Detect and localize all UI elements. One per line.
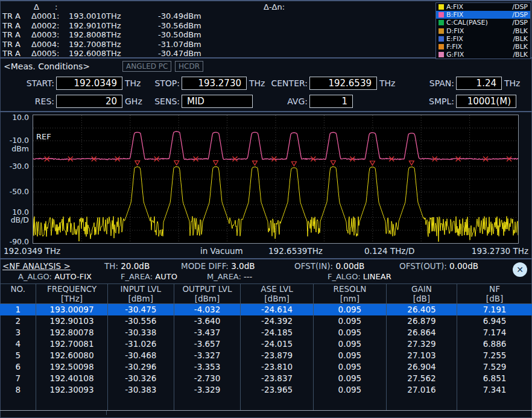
- nf-cell: 0.095: [313, 350, 386, 361]
- nf-cell: -23.879: [241, 350, 314, 361]
- trace-color-swatch: [439, 4, 444, 10]
- empty-cell: [241, 396, 314, 411]
- f_area-value: AUTO: [155, 272, 177, 281]
- f_area-label: F_AREA:: [121, 272, 153, 281]
- y-axis-label: -30.0: [10, 162, 29, 171]
- marker-trace: TR A: [2, 49, 31, 58]
- nf-cell: -30.338: [107, 327, 174, 338]
- trace-color-swatch: [439, 12, 444, 17]
- delta-marker-list: Δ : TR AΔ0001:193.0010THz-30.49dBmTR AΔ0…: [2, 2, 201, 58]
- nf-table-filler-row: [0, 396, 532, 411]
- res-input[interactable]: 20: [56, 95, 122, 108]
- center-input[interactable]: 192.6539: [309, 77, 377, 90]
- marker-frequency: 192.8008THz: [69, 30, 158, 39]
- marker-header-panel: Δ : TR AΔ0001:193.0010THz-30.49dBmTR AΔ0…: [0, 0, 532, 59]
- column-unit: [dB]: [457, 294, 532, 304]
- span-label: SPAN:: [425, 78, 454, 88]
- nf-table-row[interactable]: 7192.40108-30.326-2.730-23.8370.09527.56…: [0, 373, 532, 384]
- f_algo-label: F_ALGO:: [328, 272, 361, 281]
- start-input[interactable]: 192.0349: [56, 77, 122, 90]
- nf-table-row[interactable]: 2192.90103-30.556-3.640-24.3920.09526.87…: [0, 315, 532, 327]
- sens-input[interactable]: MID: [182, 95, 253, 108]
- nf-cell: 26.864: [386, 327, 457, 338]
- legend-row-c[interactable]: C:CAL(PASE)/DSP: [436, 19, 530, 27]
- nf-settings-row-2: A_ALGO: AUTO-FIXF_AREA: AUTOM_AREA: ---F…: [0, 272, 532, 282]
- meas-conditions-panel: <Meas. Conditions> ANGLED PC HCDR START:…: [0, 59, 532, 112]
- x-axis-start-label: 192.0349 THz: [4, 246, 60, 256]
- trace-name: A:FIX: [446, 3, 512, 11]
- trace-mode: /BLK: [513, 35, 528, 43]
- nf-results-table: NO.FREQUENCYINPUT LVLOUTPUT LVLASE LVLRE…: [0, 283, 532, 411]
- marker-id: Δ0005:: [31, 49, 69, 58]
- trace-name: F:FIX: [446, 43, 513, 51]
- marker-id: Δ0003:: [31, 30, 69, 39]
- nf-cell: 27.562: [386, 373, 457, 384]
- th-label: TH:: [104, 261, 118, 271]
- marker-id: Δ0002:: [31, 21, 69, 30]
- nf-setting-f_area: F_AREA: AUTO: [121, 272, 177, 281]
- nf-table-row[interactable]: 8192.30093-30.383-3.329-23.9650.09527.01…: [0, 384, 532, 396]
- nf-setting-a_algo: A_ALGO: AUTO-FIX: [18, 272, 92, 281]
- smpl-input[interactable]: 10001(M): [456, 95, 516, 108]
- delta-marker-row: TR AΔ0001:193.0010THz-30.49dBm: [2, 11, 201, 21]
- nf-table-row[interactable]: 4192.70081-31.026-3.657-24.0150.09527.32…: [0, 338, 532, 350]
- delta-symbol: Δ: [34, 2, 39, 11]
- a_algo-label: A_ALGO:: [18, 272, 52, 281]
- marker-level: -30.49dBm: [158, 11, 201, 21]
- meas-conditions-title: <Meas. Conditions>: [4, 62, 90, 71]
- empty-cell: [0, 396, 36, 411]
- osa-screen: Δ : TR AΔ0001:193.0010THz-30.49dBmTR AΔ0…: [0, 0, 532, 418]
- marker-level: -30.47dBm: [158, 49, 201, 58]
- nf-cell: -24.392: [241, 315, 314, 327]
- column-unit: [dBm]: [174, 294, 240, 304]
- legend-row-b[interactable]: B:FIX/DSP: [436, 11, 530, 19]
- nf-cell: 26.879: [386, 315, 457, 327]
- empty-cell: [313, 396, 386, 411]
- nf-cell: 192.30093: [36, 384, 107, 396]
- angled-pc-badge: ANGLED PC: [122, 61, 171, 72]
- trace-color-swatch: [439, 44, 444, 49]
- column-divider-tick: [106, 411, 107, 415]
- legend-row-g[interactable]: G:FIX/BLK: [436, 51, 530, 59]
- legend-row-f[interactable]: F:FIX/BLK: [436, 43, 530, 51]
- nf-cell: -24.015: [241, 338, 314, 350]
- trace-name: C:CAL(PASE): [446, 19, 512, 27]
- trace-color-swatch: [439, 52, 444, 57]
- span-input[interactable]: 1.24: [456, 77, 502, 90]
- nf-cell: 7.255: [457, 350, 532, 361]
- res-field: RES:20GHz: [1, 95, 142, 108]
- column-unit: [THz]: [36, 294, 107, 304]
- column-unit: [dBm]: [107, 294, 174, 304]
- nf-cell: 192.60080: [36, 350, 107, 361]
- avg-input[interactable]: 1: [309, 95, 353, 108]
- ofstin-label: OFST(IN):: [294, 261, 333, 271]
- trace-color-swatch: [439, 20, 444, 25]
- delta-delta-n-label: Δ-Δn:: [264, 2, 285, 11]
- nf-table-row[interactable]: 5192.60080-30.468-3.327-23.8790.09527.10…: [0, 350, 532, 361]
- nf-cell: 0.095: [313, 361, 386, 373]
- nf-table-row[interactable]: 6192.50098-30.296-3.353-23.8100.09526.90…: [0, 361, 532, 373]
- trace-name: D:FIX: [446, 27, 513, 35]
- legend-row-e[interactable]: E:FIX/BLK: [436, 35, 530, 43]
- nf-cell: 0.095: [313, 315, 386, 327]
- nf-settings-row-1: <NF ANALYSIS > TH: 20.0dBMODE DIFF: 3.0d…: [0, 261, 532, 272]
- column-unit: [dBm]: [241, 294, 314, 304]
- a_algo-value: AUTO-FIX: [54, 272, 92, 281]
- span-unit: THz: [504, 78, 520, 88]
- nf-cell: -30.296: [107, 361, 174, 373]
- nf-table-row[interactable]: 3192.80078-30.338-3.437-24.1850.09526.86…: [0, 327, 532, 338]
- spectrum-plot: [33, 115, 519, 244]
- nf-setting-m_area: M_AREA: ---: [207, 272, 252, 281]
- empty-cell: [386, 396, 457, 411]
- nf-cell: 7.341: [457, 384, 532, 396]
- marker-trace: TR A: [2, 11, 31, 21]
- m_area-label: M_AREA:: [207, 272, 241, 281]
- legend-row-a[interactable]: A:FIX/DSP: [436, 3, 530, 11]
- nf-cell: 1: [0, 304, 36, 315]
- nf-cell: -30.383: [107, 384, 174, 396]
- stop-input[interactable]: 193.2730: [182, 77, 247, 90]
- delta-marker-row: TR AΔ0004:192.7008THz-31.07dBm: [2, 40, 201, 49]
- nf-table-row[interactable]: 1193.00097-30.475-4.032-24.6140.09526.40…: [0, 304, 532, 315]
- legend-row-d[interactable]: D:FIX/BLK: [436, 27, 530, 35]
- stop-field: STOP:193.2730THz: [146, 77, 265, 90]
